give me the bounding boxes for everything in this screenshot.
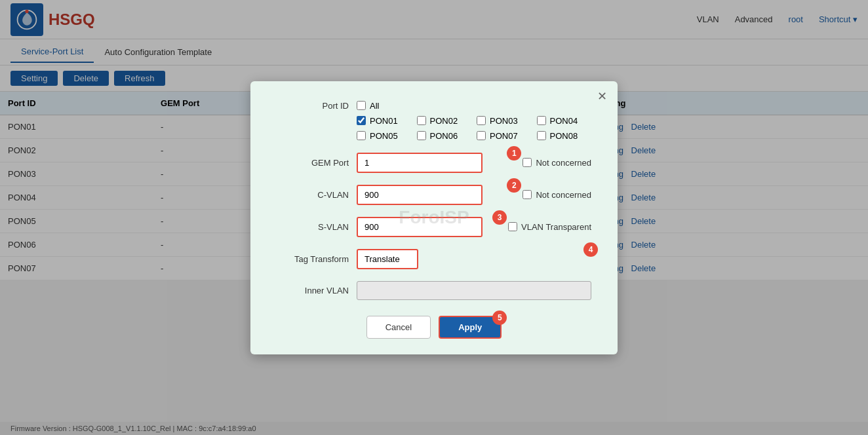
gem-not-concerned-checkbox[interactable] [523, 158, 532, 167]
gem-not-concerned-label[interactable]: Not concerned [523, 158, 591, 168]
svlan-badge: 3 [492, 210, 507, 225]
pon-checkbox[interactable] [477, 116, 486, 125]
tag-transform-row: Tag Transform 4 TranslateAddRemoveTransp… [277, 249, 591, 269]
tag-transform-select[interactable]: TranslateAddRemoveTransparent [357, 249, 418, 269]
cvlan-badge: 2 [507, 178, 521, 193]
modal-overlay: ForoISP ✕ Port ID All PON01 PON02 PON03 … [0, 0, 868, 280]
svlan-wrapper: 3 [357, 217, 500, 237]
gem-port-badge: 1 [507, 146, 521, 161]
pon-item: PON04 [537, 116, 592, 126]
gem-port-input[interactable] [357, 153, 483, 173]
pon-label: PON05 [370, 131, 398, 141]
pon-item: PON07 [477, 131, 532, 141]
pon-label: PON08 [550, 131, 578, 141]
port-id-row: Port ID All [277, 101, 591, 111]
pon-label: PON01 [370, 116, 398, 126]
pon-checkbox[interactable] [357, 131, 366, 140]
pon-label: PON04 [550, 116, 578, 126]
pon-checkbox[interactable] [417, 116, 426, 125]
port-id-section: Port ID All PON01 PON02 PON03 PON04 PON0… [277, 101, 591, 141]
cvlan-input[interactable] [357, 185, 483, 205]
pon-item: PON06 [417, 131, 472, 141]
pon-label: PON06 [430, 131, 458, 141]
pon-checkbox[interactable] [537, 116, 546, 125]
pon-checkbox[interactable] [477, 131, 486, 140]
cvlan-wrapper: 2 [357, 185, 515, 205]
modal: ForoISP ✕ Port ID All PON01 PON02 PON03 … [250, 81, 618, 281]
pon-grid: PON01 PON02 PON03 PON04 PON05 PON06 PON0… [357, 116, 591, 141]
cvlan-row: C-VLAN 2 Not concerned [277, 185, 591, 205]
gem-port-wrapper: 1 [357, 153, 515, 173]
pon-label: PON02 [430, 116, 458, 126]
pon-label: PON03 [490, 116, 518, 126]
cvlan-not-concerned-label[interactable]: Not concerned [523, 190, 591, 200]
pon-label: PON07 [490, 131, 518, 141]
tag-transform-label: Tag Transform [277, 254, 349, 264]
all-check-label[interactable]: All [357, 101, 379, 111]
all-checkbox[interactable] [357, 101, 366, 110]
svlan-transparent-checkbox[interactable] [508, 222, 517, 231]
svlan-label: S-VLAN [277, 222, 349, 232]
svlan-transparent-text: VLAN Transparent [521, 222, 591, 232]
gem-not-concerned-text: Not concerned [536, 158, 591, 168]
gem-port-row: GEM Port 1 Not concerned [277, 153, 591, 173]
all-text: All [370, 101, 379, 111]
pon-item: PON02 [417, 116, 472, 126]
cvlan-not-concerned-checkbox[interactable] [523, 190, 532, 199]
pon-item: PON03 [477, 116, 532, 126]
pon-item: PON08 [537, 131, 592, 141]
port-id-label: Port ID [277, 101, 349, 111]
tag-transform-badge: 4 [583, 242, 598, 257]
gem-port-label: GEM Port [277, 158, 349, 168]
svlan-transparent-label[interactable]: VLAN Transparent [508, 222, 591, 232]
tag-transform-wrapper: 4 TranslateAddRemoveTransparent [357, 249, 591, 269]
svlan-row: S-VLAN 3 VLAN Transparent [277, 217, 591, 237]
cvlan-not-concerned-text: Not concerned [536, 190, 591, 200]
svlan-input[interactable] [357, 217, 483, 237]
pon-checkbox[interactable] [357, 116, 366, 125]
modal-close-button[interactable]: ✕ [597, 89, 607, 104]
pon-item: PON01 [357, 116, 412, 126]
pon-checkbox[interactable] [417, 131, 426, 140]
pon-item: PON05 [357, 131, 412, 141]
cvlan-label: C-VLAN [277, 190, 349, 200]
pon-checkbox[interactable] [537, 131, 546, 140]
